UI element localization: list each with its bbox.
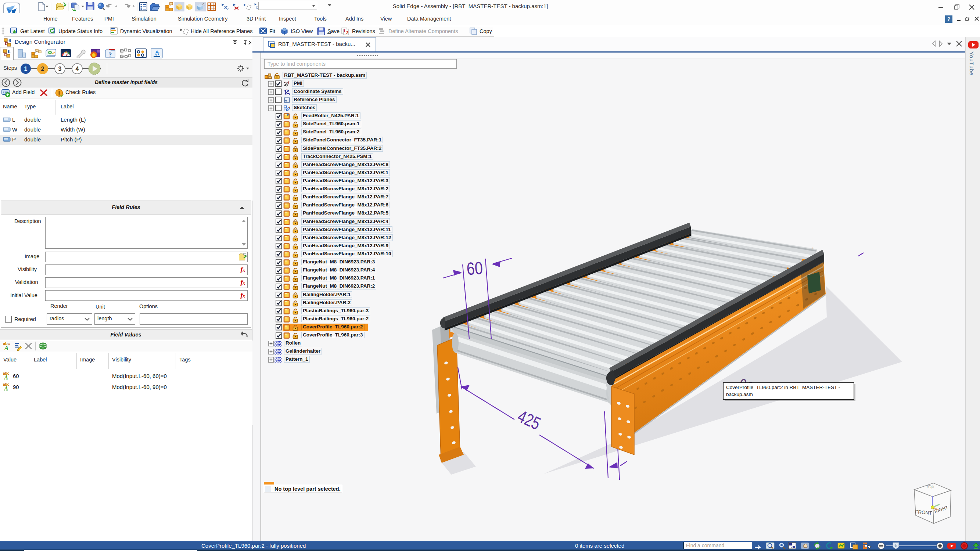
svg-text:?: ? [109,51,112,58]
svg-text:4: 4 [76,66,79,72]
svg-text:3: 3 [59,66,62,72]
svg-text:2: 2 [41,66,45,72]
svg-text:A: A [4,385,8,392]
svg-text:1: 1 [24,66,27,72]
svg-text:A: A [4,345,8,351]
svg-text:?: ? [947,16,950,22]
svg-text:2: 2 [346,30,348,35]
svg-text:A: A [4,374,8,381]
svg-text:1: 1 [343,29,345,33]
svg-text:Y: Y [286,89,288,92]
